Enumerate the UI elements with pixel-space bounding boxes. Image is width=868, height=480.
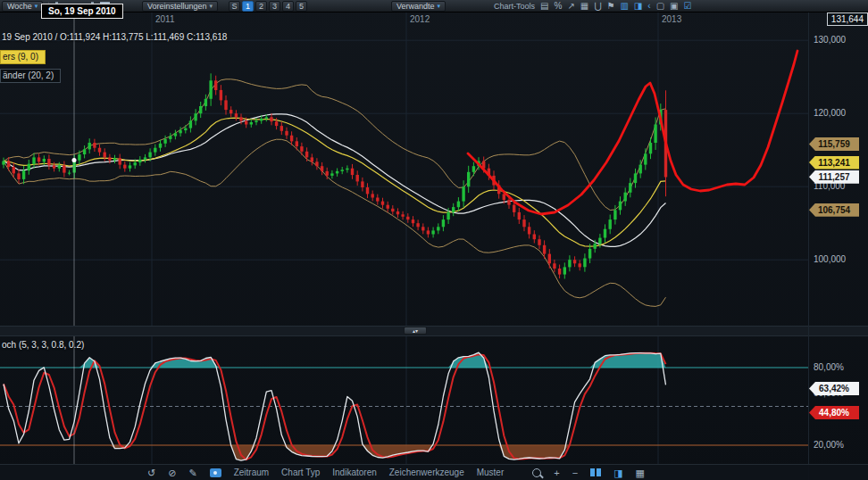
- indicator-chip-wilders[interactable]: ers (9, 0): [0, 50, 46, 64]
- candles-grid-icon[interactable]: ▦: [636, 466, 645, 480]
- magnet-icon[interactable]: ⋃: [594, 1, 601, 12]
- check-icon[interactable]: ☑: [684, 1, 692, 12]
- chevron-down-icon: ▾: [35, 3, 38, 9]
- search-icon[interactable]: [532, 468, 541, 477]
- menu-zeitraum[interactable]: Zeitraum: [234, 468, 269, 477]
- price-axis[interactable]: 131,644 130,000120,000110,000100,000115,…: [808, 0, 868, 480]
- axis-label: 130,000: [814, 35, 846, 45]
- undo-icon[interactable]: ↺: [147, 466, 155, 480]
- splitter-button[interactable]: ▴▾: [404, 327, 427, 335]
- chevron-down-icon: ▾: [209, 3, 213, 9]
- related-dropdown[interactable]: Verwandte ▾: [391, 1, 446, 12]
- pin-icon[interactable]: ⚑: [606, 1, 614, 12]
- ohlc-readout: 19 Sep 2010 / O:111,924 H:113,775 L:111,…: [2, 32, 227, 42]
- chevron-down-icon: ▾: [438, 3, 441, 9]
- timeframe-label: Woche: [7, 2, 32, 11]
- chart-icon[interactable]: ▣: [670, 1, 678, 12]
- axis-badge: 106,754: [809, 203, 859, 217]
- axis-label: 20,00%: [814, 440, 844, 450]
- erase-icon[interactable]: ⊘: [168, 466, 176, 480]
- top-toolbar: Woche ▾ 3J 4M Voreinstellungen ▾ S 1 2 3…: [0, 0, 868, 12]
- grid-icon[interactable]: ▦: [580, 1, 588, 12]
- presets-label: Voreinstellungen: [147, 2, 207, 11]
- axis-label: 80,00%: [814, 362, 844, 372]
- menu-muster[interactable]: Muster: [477, 468, 505, 477]
- axis-label: 120,000: [814, 108, 846, 118]
- camera-icon[interactable]: [210, 468, 221, 477]
- axis-label: 100,000: [814, 254, 846, 264]
- presets-dropdown[interactable]: Voreinstellungen ▾: [142, 1, 218, 12]
- zoom-out-icon[interactable]: −: [572, 466, 578, 480]
- stochastic-chart[interactable]: [0, 335, 808, 464]
- date-tooltip: So, 19 Sep 2010: [41, 4, 123, 19]
- svg-text:2011: 2011: [155, 14, 175, 24]
- preset-4-button[interactable]: 4: [282, 1, 294, 12]
- compare-icon[interactable]: ◨: [634, 1, 642, 12]
- draw-icon[interactable]: ✎: [188, 466, 196, 480]
- indicator-chip-bollinger[interactable]: änder (20, 2): [0, 69, 61, 83]
- axis-badge: 44,80%: [809, 406, 859, 419]
- menu-indikatoren[interactable]: Indikatoren: [332, 468, 376, 477]
- trendline-icon[interactable]: ↗: [567, 1, 574, 12]
- panels-icon[interactable]: ▥: [620, 1, 628, 12]
- menu-chart-typ[interactable]: Chart Typ: [281, 468, 320, 477]
- menu-zeichenwerkzeuge[interactable]: Zeichenwerkzeuge: [389, 468, 464, 477]
- compare-view-icon[interactable]: ◨: [613, 466, 622, 480]
- layers-icon[interactable]: ▤: [540, 1, 548, 12]
- preset-5-button[interactable]: 5: [296, 1, 307, 12]
- preset-save-button[interactable]: S: [229, 1, 240, 12]
- axis-badge: 63,42%: [809, 382, 859, 395]
- cursor-price-box: 131,644: [827, 12, 868, 26]
- svg-text:2013: 2013: [662, 14, 682, 24]
- trading-chart-app: Woche ▾ 3J 4M Voreinstellungen ▾ S 1 2 3…: [0, 0, 868, 480]
- preset-2-button[interactable]: 2: [255, 1, 267, 12]
- timeframe-select[interactable]: Woche ▾: [2, 1, 43, 12]
- panel-divider[interactable]: ▴▾: [0, 326, 868, 336]
- axis-badge: 115,759: [809, 137, 859, 151]
- svg-text:2012: 2012: [410, 14, 430, 24]
- split-view-icon[interactable]: [590, 468, 601, 476]
- indicator-chip-stochastic[interactable]: och (5, 3, 3, 0.8, 0.2): [2, 340, 84, 350]
- chart-tools-label: Chart-Tools: [494, 2, 535, 11]
- window-icon[interactable]: ▢: [656, 1, 664, 12]
- axis-badge: 113,241: [809, 156, 859, 170]
- preset-1-button[interactable]: 1: [242, 1, 254, 12]
- axis-badge: 111,257: [809, 170, 859, 184]
- collapse-icon[interactable]: ‹: [647, 1, 650, 12]
- percent-icon[interactable]: %: [554, 1, 562, 12]
- main-chart[interactable]: 201120122013: [0, 12, 808, 326]
- related-label: Verwandte: [396, 2, 435, 11]
- bottom-toolbar: ↺ ⊘ ✎ Zeitraum Chart Typ Indikatoren Zei…: [0, 464, 868, 480]
- preset-buttons: S 1 2 3 4 5: [229, 1, 307, 12]
- zoom-in-icon[interactable]: +: [554, 466, 559, 480]
- preset-3-button[interactable]: 3: [269, 1, 280, 12]
